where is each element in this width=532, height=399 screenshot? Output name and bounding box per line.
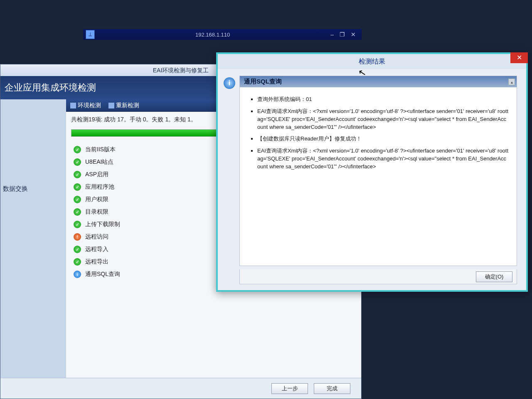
check-ok-icon: ✓ [74,196,81,203]
ok-button[interactable]: 确定(O) [476,271,512,282]
check-ok-icon: ✓ [74,246,81,253]
result-item: EAI查询请求Xml内容：<?xml version='1.0' encodin… [257,147,509,171]
check-ok-icon: ✓ [74,158,81,166]
check-ok-icon: ✓ [74,146,81,153]
info-icon: i [224,77,235,89]
refresh-icon [108,103,114,108]
minimize-button[interactable]: – [330,31,334,38]
prev-button[interactable]: 上一步 [271,383,308,394]
check-fail-icon: ! [74,233,81,241]
recheck-button[interactable]: 重新检测 [108,102,139,109]
check-ok-icon: ✓ [74,258,81,266]
finish-button[interactable]: 完成 [314,383,350,394]
check-ok-icon: ✓ [74,171,81,178]
rdp-connection-bar: ⊥ 192.168.1.110 – ❐ ✕ [83,29,362,40]
dialog-close-button[interactable]: ✕ [510,52,528,63]
scroll-up-icon[interactable]: ▴ [508,79,515,85]
close-button[interactable]: ✕ [351,31,356,38]
dialog-title: 检测结果 [218,54,526,69]
check-ok-icon: ✓ [74,208,81,216]
pin-icon[interactable]: ⊥ [86,30,95,39]
result-item: EAI查询请求Xml内容：<?xml version='1.0' encodin… [257,108,509,131]
result-item: 【创建数据库只读Reader用户】修复成功！ [257,135,509,143]
sidebar-item-exchange[interactable]: 数据交换 [0,182,66,195]
check-ok-icon: ✓ [74,221,81,228]
dialog-body: 通用SQL查询 查询外部系统编码：01EAI查询请求Xml内容：<?xml ve… [239,76,517,266]
env-check-button[interactable]: 环境检测 [70,102,101,109]
recheck-label: 重新检测 [116,102,139,109]
restore-button[interactable]: ❐ [340,31,345,38]
result-item: 查询外部系统编码：01 [257,96,509,103]
check-ok-icon: ✓ [74,183,81,191]
sidebar: 数据交换 [0,99,66,378]
env-check-label: 环境检测 [78,102,101,109]
wizard-footer: 上一步 完成 [0,378,361,399]
dialog-scrollbar[interactable]: ▴ [508,79,515,263]
dialog-content: 查询外部系统编码：01EAI查询请求Xml内容：<?xml version='1… [240,87,517,179]
result-dialog: 检测结果 ✕ i 通用SQL查询 查询外部系统编码：01EAI查询请求Xml内容… [216,52,528,292]
monitor-icon [70,103,76,108]
check-info-icon: i [74,271,81,278]
rdp-address: 192.168.1.110 [95,32,330,38]
dialog-footer: 确定(O) [239,269,517,284]
dialog-heading: 通用SQL查询 [240,76,517,87]
